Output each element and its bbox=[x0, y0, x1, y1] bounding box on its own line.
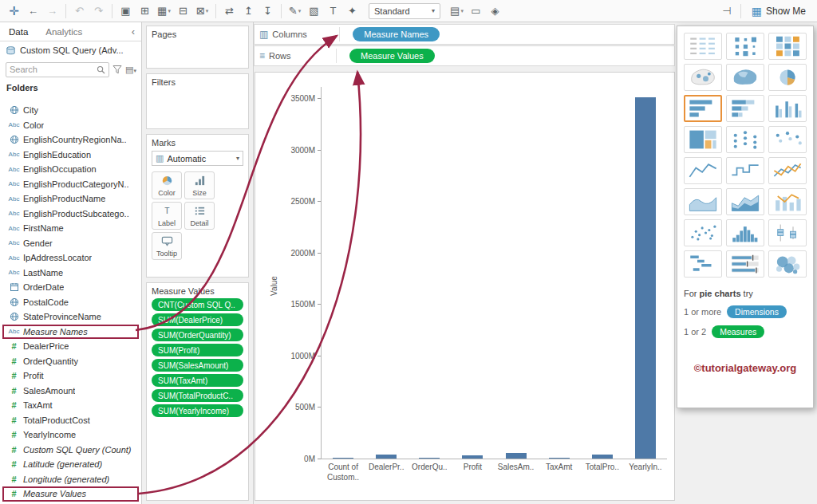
showme-dual-combination[interactable] bbox=[768, 188, 807, 215]
measure-values-card[interactable]: Measure Values CNT(Custom SQL Q..SUM(Dea… bbox=[146, 282, 249, 501]
filter-fields-icon[interactable] bbox=[112, 65, 122, 74]
marks-label-button[interactable]: TLabel bbox=[152, 202, 182, 230]
field-salesamount[interactable]: #SalesAmount bbox=[2, 384, 139, 399]
showme-pie-chart[interactable] bbox=[768, 64, 807, 91]
marks-detail-button[interactable]: Detail bbox=[184, 202, 215, 230]
field-englishproductcategoryn[interactable]: AbcEnglishProductCategoryN.. bbox=[2, 177, 139, 192]
pause-updates-icon[interactable]: ⊣ bbox=[718, 2, 736, 20]
showme-gantt[interactable] bbox=[684, 250, 722, 278]
showme-text-table[interactable] bbox=[684, 33, 722, 60]
showme-dual-lines[interactable] bbox=[768, 157, 807, 184]
field-measure-names[interactable]: AbcMeasure Names bbox=[2, 325, 139, 340]
duplicate-sheet-icon[interactable]: ⊟ bbox=[174, 2, 192, 20]
bar-6[interactable] bbox=[592, 455, 613, 459]
field-firstname[interactable]: AbcFirstName bbox=[2, 221, 139, 236]
field-englisheducation[interactable]: AbcEnglishEducation bbox=[2, 148, 139, 163]
undo-icon[interactable]: ↶ bbox=[70, 2, 89, 20]
measure-pill[interactable]: CNT(Custom SQL Q.. bbox=[152, 298, 243, 311]
save-icon[interactable]: ▣ bbox=[116, 2, 135, 20]
new-worksheet-icon[interactable]: ▦▾ bbox=[155, 2, 173, 20]
highlight-pen-icon[interactable]: ✎▾ bbox=[286, 2, 304, 20]
showme-packed-bubbles[interactable] bbox=[768, 250, 807, 278]
share-icon[interactable]: ◈ bbox=[486, 2, 504, 20]
showme-box-and-whisker[interactable] bbox=[768, 219, 807, 246]
tab-data[interactable]: Data bbox=[0, 22, 37, 41]
field-englishproductname[interactable]: AbcEnglishProductName bbox=[2, 191, 139, 207]
field-gender[interactable]: AbcGender bbox=[2, 236, 139, 251]
search-input[interactable]: Search bbox=[6, 62, 109, 77]
field-orderquantity[interactable]: #OrderQuantity bbox=[2, 354, 139, 369]
showme-symbol-map[interactable] bbox=[684, 64, 722, 91]
field-postalcode[interactable]: PostalCode bbox=[2, 295, 139, 310]
showme-horizontal-bars[interactable] bbox=[684, 95, 722, 122]
columns-pill-measure-names[interactable]: Measure Names bbox=[353, 27, 440, 41]
rows-shelf[interactable]: ≡ Rows Measure Values bbox=[254, 45, 675, 66]
measure-pill[interactable]: SUM(SalesAmount) bbox=[152, 359, 243, 372]
showme-bullet-graph[interactable] bbox=[726, 250, 764, 278]
marks-color-button[interactable]: Color bbox=[152, 171, 182, 199]
showme-side-by-side-circles[interactable] bbox=[768, 126, 807, 153]
field-totalproductcost[interactable]: #TotalProductCost bbox=[2, 413, 139, 428]
datasource-item[interactable]: Custom SQL Query (Adv... bbox=[0, 41, 141, 59]
showme-area-chart[interactable] bbox=[684, 188, 722, 215]
showme-treemap[interactable] bbox=[684, 126, 722, 153]
measure-pill[interactable]: SUM(YearlyIncome) bbox=[152, 404, 243, 417]
columns-shelf[interactable]: ▥ Columns Measure Names bbox=[254, 24, 675, 45]
field-englishproductsubcatego[interactable]: AbcEnglishProductSubcatego.. bbox=[2, 207, 139, 222]
back-icon[interactable]: ← bbox=[24, 2, 42, 20]
showme-scatter-plot[interactable] bbox=[684, 219, 722, 246]
measure-pill[interactable]: SUM(DealerPrice) bbox=[152, 313, 243, 326]
showme-stacked-bars[interactable] bbox=[726, 95, 764, 122]
field-englishcountryregionna[interactable]: EnglishCountryRegionNa.. bbox=[2, 132, 139, 148]
showme-area-chart-discrete[interactable] bbox=[726, 188, 764, 215]
redo-icon[interactable]: ↷ bbox=[89, 2, 108, 20]
marks-tooltip-button[interactable]: Tooltip bbox=[152, 232, 182, 260]
field-yearlyincome[interactable]: #YearlyIncome bbox=[2, 427, 139, 443]
show-mark-labels-icon[interactable]: T bbox=[324, 2, 342, 20]
bar-4[interactable] bbox=[506, 453, 527, 459]
field-measure-values[interactable]: #Measure Values bbox=[2, 486, 139, 502]
field-city[interactable]: City bbox=[2, 103, 139, 118]
measure-pill[interactable]: SUM(Profit) bbox=[152, 344, 243, 356]
sort-ascending-icon[interactable]: ↥ bbox=[239, 2, 258, 20]
field-taxamt[interactable]: #TaxAmt bbox=[2, 398, 139, 413]
field-lastname[interactable]: AbcLastName bbox=[2, 266, 139, 281]
group-members-icon[interactable]: ▧ bbox=[305, 2, 323, 20]
rows-pill-measure-values[interactable]: Measure Values bbox=[349, 49, 435, 63]
bar-5[interactable] bbox=[549, 458, 570, 459]
field-stateprovincename[interactable]: StateProvinceName bbox=[2, 309, 139, 325]
show-hide-cards-icon[interactable]: ▤▾ bbox=[448, 2, 466, 20]
showme-histogram[interactable] bbox=[726, 219, 764, 246]
showme-continuous-lines[interactable] bbox=[684, 157, 722, 184]
mark-type-dropdown[interactable]: ▥ Automatic ▾ bbox=[152, 151, 243, 166]
presentation-mode-icon[interactable]: ▭ bbox=[467, 2, 485, 20]
showme-discrete-lines[interactable] bbox=[726, 157, 764, 184]
showme-heat-map[interactable] bbox=[726, 33, 764, 60]
measure-pill[interactable]: SUM(TotalProductC.. bbox=[152, 389, 243, 402]
fit-dropdown[interactable]: Standard▾ bbox=[369, 3, 440, 19]
forward-icon[interactable]: → bbox=[43, 2, 61, 20]
field-orderdate[interactable]: OrderDate bbox=[2, 280, 139, 295]
field-longitude-generated[interactable]: #Longitude (generated) bbox=[2, 472, 139, 487]
bar-3[interactable] bbox=[462, 455, 483, 459]
swap-axes-icon[interactable]: ⇄ bbox=[220, 2, 239, 20]
field-englishoccupation[interactable]: AbcEnglishOccupation bbox=[2, 162, 139, 177]
bar-1[interactable] bbox=[376, 455, 397, 459]
bar-0[interactable] bbox=[333, 458, 353, 459]
filters-shelf[interactable]: Filters bbox=[146, 73, 249, 129]
marks-size-button[interactable]: Size bbox=[184, 171, 215, 199]
tableau-logo[interactable]: ✛ bbox=[5, 2, 23, 20]
fix-axes-icon[interactable]: ✦ bbox=[343, 2, 361, 20]
show-me-button[interactable]: ▦Show Me bbox=[745, 3, 812, 19]
measure-pill[interactable]: SUM(OrderQuantity) bbox=[152, 329, 243, 341]
clear-sheet-icon[interactable]: ⊠▾ bbox=[193, 2, 211, 20]
field-ipaddresslocator[interactable]: AbcIpAddressLocator bbox=[2, 250, 139, 266]
pages-shelf[interactable]: Pages bbox=[146, 26, 249, 69]
showme-highlight-table[interactable] bbox=[768, 33, 807, 60]
bar-2[interactable] bbox=[419, 458, 440, 459]
new-datasource-icon[interactable]: ⊞ bbox=[136, 2, 154, 20]
field-color[interactable]: AbcColor bbox=[2, 118, 139, 133]
view-options-icon[interactable]: ▤▾ bbox=[125, 65, 136, 75]
showme-side-by-side-bars[interactable] bbox=[768, 95, 807, 122]
bar-7[interactable] bbox=[635, 97, 656, 459]
